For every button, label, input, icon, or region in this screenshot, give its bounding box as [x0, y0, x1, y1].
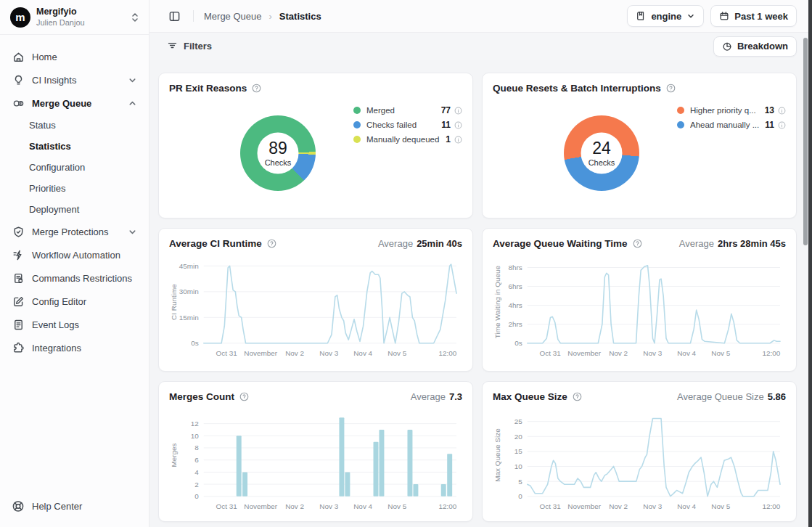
sidebar-item-ci-insights[interactable]: CI Insights — [6, 68, 143, 91]
sidebar-item-configuration[interactable]: Configuration — [6, 157, 143, 178]
legend-item[interactable]: Ahead manually ... 11 — [677, 118, 786, 132]
calendar-icon — [719, 11, 729, 21]
repository-selector-label: engine — [651, 11, 681, 22]
help-icon[interactable] — [666, 83, 676, 93]
info-icon[interactable] — [778, 107, 786, 115]
info-icon[interactable] — [778, 121, 786, 129]
sidebar-item-label: Config Editor — [32, 296, 86, 307]
svg-text:12:00: 12:00 — [438, 349, 456, 357]
chevron-updown-icon[interactable] — [130, 12, 140, 23]
average-value: 5.86 — [768, 391, 786, 402]
svg-text:November: November — [244, 502, 278, 510]
breadcrumb-separator: › — [269, 11, 272, 22]
svg-text:4: 4 — [194, 468, 199, 476]
svg-text:Nov 5: Nov 5 — [711, 502, 730, 510]
card-title: Average Queue Waiting Time — [493, 238, 628, 249]
legend-item[interactable]: Checks failed 11 — [353, 118, 462, 132]
help-icon[interactable] — [633, 239, 642, 248]
org-switcher[interactable]: m Mergifyio Julien Danjou — [0, 0, 149, 34]
svg-text:12:00: 12:00 — [762, 502, 780, 510]
sidebar-item-event-logs[interactable]: Event Logs — [6, 313, 143, 336]
sidebar-item-config-editor[interactable]: Config Editor — [6, 290, 143, 313]
card-pr-exit-reasons: PR Exit Reasons 89 Checks Merged — [158, 73, 473, 218]
svg-text:Max Queue Size: Max Queue Size — [493, 428, 501, 482]
merge-queue-icon — [12, 97, 25, 110]
svg-text:November: November — [567, 502, 602, 510]
legend-item[interactable]: Manually dequeued 1 — [353, 132, 462, 147]
sidebar: m Mergifyio Julien Danjou Home CI Insigh… — [0, 0, 149, 527]
info-icon[interactable] — [454, 107, 462, 115]
clipboard-lock-icon — [12, 271, 25, 285]
svg-text:10: 10 — [191, 432, 200, 440]
vertical-scrollbar[interactable] — [803, 38, 808, 245]
line-chart-ci-runtime[interactable]: 0s15min30min45minOct 31NovemberNov 2Nov … — [169, 253, 462, 362]
svg-text:10: 10 — [514, 462, 523, 470]
top-bar: Merge Queue › Statistics engine Past 1 w… — [149, 0, 812, 33]
sidebar-item-priorities[interactable]: Priorities — [6, 178, 143, 199]
chevron-up-icon[interactable] — [128, 99, 137, 108]
help-icon[interactable] — [252, 83, 261, 93]
svg-text:4hrs: 4hrs — [508, 301, 522, 309]
sidebar-item-label: Merge Queue — [32, 98, 91, 109]
line-chart-queue-waiting[interactable]: 0s2hrs4hrs6hrs8hrsOct 31NovemberNov 2Nov… — [493, 253, 786, 362]
filters-button[interactable]: Filters — [161, 37, 218, 56]
legend-item[interactable]: Merged 77 — [353, 103, 462, 118]
info-icon[interactable] — [454, 121, 462, 129]
legend-item[interactable]: Higher priority q... 13 — [677, 103, 786, 118]
svg-text:6hrs: 6hrs — [508, 282, 522, 290]
sidebar-item-home[interactable]: Home — [6, 45, 143, 68]
chart-legend: Merged 77 Checks failed 11 Manua — [353, 103, 462, 191]
average-value: 7.3 — [449, 391, 462, 402]
svg-text:20: 20 — [514, 433, 523, 441]
svg-text:5: 5 — [518, 478, 522, 486]
help-icon[interactable] — [239, 392, 249, 401]
bar-chart-merges-count[interactable]: 024681012Oct 31NovemberNov 2Nov 3Nov 4No… — [169, 407, 462, 515]
sidebar-item-merge-queue[interactable]: Merge Queue — [6, 91, 143, 115]
svg-text:30min: 30min — [179, 287, 199, 295]
average-value: 25min 40s — [417, 238, 462, 249]
legend-value: 77 — [441, 105, 451, 115]
svg-text:Nov 3: Nov 3 — [643, 349, 662, 357]
svg-text:Oct 31: Oct 31 — [216, 502, 237, 510]
sidebar-item-integrations[interactable]: Integrations — [6, 336, 143, 359]
donut-total: 24 — [592, 139, 611, 158]
line-chart-max-queue-size[interactable]: 0510152025Oct 31NovemberNov 2Nov 3Nov 4N… — [493, 407, 786, 515]
sidebar-item-statistics[interactable]: Statistics — [6, 136, 143, 157]
sidebar-item-workflow-automation[interactable]: Workflow Automation — [6, 243, 143, 266]
divider — [193, 10, 194, 22]
sidebar-item-deployment[interactable]: Deployment — [6, 199, 143, 220]
svg-text:Nov 3: Nov 3 — [319, 349, 338, 357]
sidebar-item-merge-protections[interactable]: Merge Protections — [6, 220, 143, 243]
date-range-button[interactable]: Past 1 week — [710, 5, 797, 27]
legend-dot — [353, 136, 361, 143]
legend-dot — [353, 107, 361, 114]
average-label: Average — [378, 238, 413, 249]
sidebar-item-status[interactable]: Status — [6, 115, 143, 136]
card-average-ci-runtime: Average CI Runtime Average25min 40s 0s15… — [158, 228, 473, 372]
donut-unit: Checks — [265, 158, 292, 167]
help-icon[interactable] — [573, 392, 582, 401]
card-merges-count: Merges Count Average7.3 024681012Oct 31N… — [158, 381, 473, 522]
help-icon[interactable] — [267, 239, 276, 248]
svg-text:Nov 3: Nov 3 — [643, 502, 662, 510]
sidebar-item-help-center[interactable]: Help Center — [0, 491, 149, 527]
chevron-down-icon[interactable] — [128, 75, 137, 85]
chevron-down-icon[interactable] — [128, 227, 137, 237]
breakdown-button[interactable]: Breakdown — [713, 36, 797, 57]
sidebar-toggle-icon[interactable] — [165, 7, 183, 25]
repository-selector[interactable]: engine — [627, 5, 704, 27]
donut-unit: Checks — [589, 158, 615, 167]
average-value: 2hrs 28min 45s — [718, 238, 786, 249]
legend-value: 1 — [446, 134, 451, 144]
breadcrumb-parent[interactable]: Merge Queue — [204, 11, 262, 22]
shield-check-icon — [12, 225, 25, 238]
info-icon[interactable] — [454, 136, 462, 144]
sidebar-item-commands-restrictions[interactable]: Commands Restrictions — [6, 266, 143, 290]
legend-value: 13 — [765, 105, 774, 115]
card-title: PR Exit Reasons — [169, 83, 247, 94]
filters-button-label: Filters — [184, 41, 212, 52]
svg-text:Nov 4: Nov 4 — [353, 502, 372, 510]
svg-text:8: 8 — [194, 444, 199, 452]
svg-text:Nov 5: Nov 5 — [387, 349, 406, 357]
card-max-queue-size: Max Queue Size Average Queue Size5.86 05… — [482, 381, 797, 522]
